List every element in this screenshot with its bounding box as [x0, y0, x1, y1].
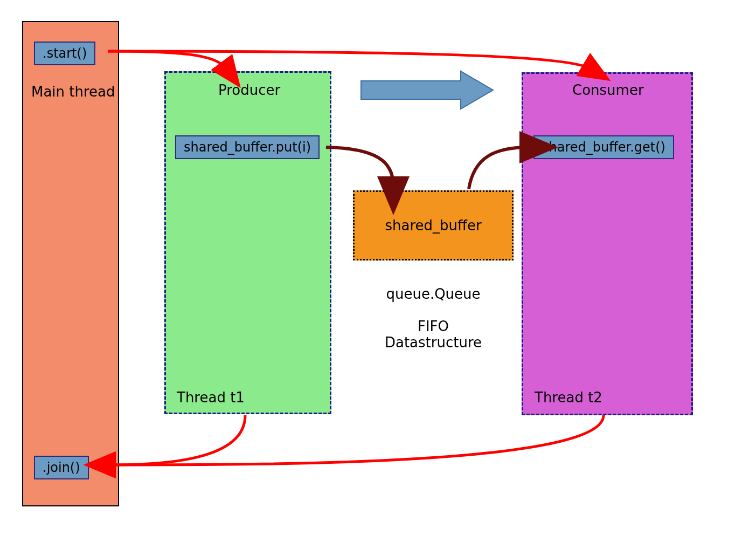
- join-chip: .join(): [34, 456, 89, 479]
- arrow-buffer-to-get: [469, 147, 529, 189]
- producer-box: [164, 71, 331, 414]
- producer-thread-label: Thread t1: [177, 389, 245, 406]
- main-thread-title: Main thread: [31, 84, 115, 100]
- shared-buffer-box: shared_buffer: [353, 190, 514, 260]
- arrow-consumer-to-join: [108, 415, 604, 465]
- consumer-get-chip: shared_buffer.get(): [533, 135, 674, 159]
- diagram-canvas: Main thread .start() .join() Producer sh…: [0, 0, 756, 535]
- queue-label: queue.Queue: [353, 286, 514, 302]
- producer-put-chip: shared_buffer.put(i): [175, 135, 320, 159]
- shared-buffer-label: shared_buffer: [385, 217, 481, 234]
- arrow-start-to-producer: [108, 51, 226, 68]
- fifo-line1: FIFO: [353, 318, 514, 334]
- producer-title: Producer: [218, 82, 280, 98]
- big-blue-arrow: [361, 71, 493, 109]
- consumer-thread-label: Thread t2: [535, 389, 602, 406]
- fifo-line2: Datastructure: [353, 334, 514, 351]
- arrow-put-to-buffer: [326, 147, 393, 186]
- consumer-title: Consumer: [572, 82, 644, 98]
- arrow-producer-to-join: [108, 415, 245, 465]
- consumer-box: [522, 72, 693, 415]
- arrow-start-to-consumer: [108, 51, 590, 68]
- start-chip: .start(): [34, 42, 95, 65]
